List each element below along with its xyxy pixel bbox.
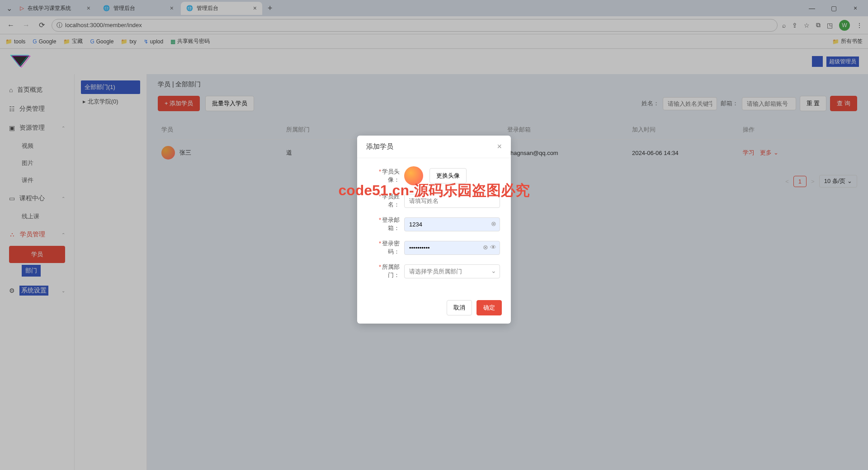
email-label: *登录邮箱：	[368, 216, 404, 232]
email-input[interactable]	[404, 217, 500, 231]
name-input[interactable]	[404, 194, 500, 208]
add-member-modal: 添加学员 × *学员头像： 更换头像 *学员姓名： *登录邮箱： ⊗	[357, 136, 511, 324]
modal-body: *学员头像： 更换头像 *学员姓名： *登录邮箱： ⊗ *登录密码：	[357, 158, 511, 295]
close-icon[interactable]: ×	[497, 142, 502, 151]
modal-footer: 取消 确定	[357, 295, 511, 324]
modal-title: 添加学员	[366, 142, 393, 151]
eye-icon[interactable]: 👁	[490, 244, 496, 251]
dept-label: *所属部门：	[368, 263, 404, 279]
password-label: *登录密码：	[368, 240, 404, 256]
avatar-preview	[404, 166, 423, 185]
chevron-down-icon[interactable]: ⌄	[491, 267, 496, 274]
modal-overlay[interactable]: 添加学员 × *学员头像： 更换头像 *学员姓名： *登录邮箱： ⊗	[0, 0, 868, 470]
modal-header: 添加学员 ×	[357, 136, 511, 158]
ok-button[interactable]: 确定	[476, 300, 502, 315]
clear-icon[interactable]: ⊗	[491, 220, 496, 227]
clear-icon[interactable]: ⊗	[483, 244, 488, 251]
avatar-label: *学员头像：	[368, 168, 404, 184]
cancel-button[interactable]: 取消	[447, 300, 472, 315]
change-avatar-button[interactable]: 更换头像	[429, 168, 467, 183]
dept-select[interactable]	[404, 264, 500, 278]
name-label: *学员姓名：	[368, 193, 404, 209]
